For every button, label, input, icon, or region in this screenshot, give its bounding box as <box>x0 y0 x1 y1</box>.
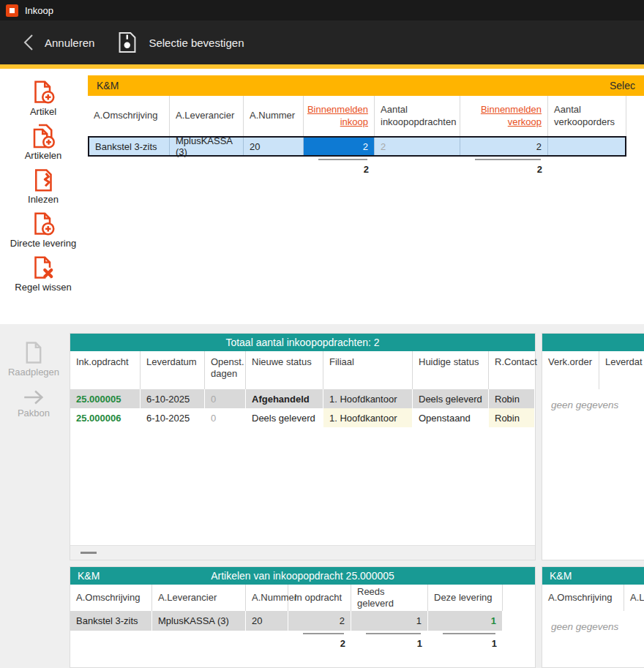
cell-reeds-geleverd[interactable]: 1 <box>351 611 428 631</box>
column-header-binnenmelden-inkoop[interactable]: Binnenmelden inkoop <box>304 96 375 136</box>
cell-openst-dagen[interactable]: 0 <box>205 408 246 427</box>
order-articles-title: Artikelen van inkoopopdracht 25.000005 <box>211 570 394 582</box>
column-header-openst-dagen[interactable]: Openst. dagen <box>205 351 246 389</box>
sales-articles-panel: K&M A.Omschrijving A.Le geen gegevens <box>542 566 644 668</box>
sidebar-item-raadplegen: Raadplegen <box>8 339 59 378</box>
group-label: K&M <box>78 567 100 585</box>
purchase-orders-title: Totaal aantal inkoopopdrachten: 2 <box>225 337 379 348</box>
save-icon <box>116 31 138 54</box>
sidebar: Artikel Artikelen Inlezen Directe leveri… <box>0 70 86 299</box>
cell-omschrijving[interactable]: Bankstel 3-zits <box>89 138 170 155</box>
cell-binnenmelden-inkoop-focused[interactable]: 2 <box>304 138 375 155</box>
sidebar-item-label: Pakbon <box>18 408 50 419</box>
app-logo-icon <box>6 4 18 17</box>
column-header-aantal-verkooporders[interactable]: Aantal verkooporders <box>548 96 626 136</box>
cell-nummer[interactable]: 20 <box>246 611 288 631</box>
cell-aantal-inkoopopdrachten[interactable]: 2 <box>375 138 460 155</box>
sidebar-item-label: Artikelen <box>25 150 62 161</box>
sum-line <box>366 633 421 634</box>
horizontal-scrollbar[interactable] <box>70 545 535 560</box>
column-header-nieuwe-status[interactable]: Nieuwe status <box>246 351 323 389</box>
cell-r-contact[interactable]: Robin <box>489 408 535 427</box>
sales-orders-panel: Verk.order Leverdat geen gegevens <box>542 333 644 560</box>
purchase-order-row[interactable]: 25.000006 6-10-2025 0 Deels geleverd 1. … <box>70 408 535 427</box>
cell-huidige-status[interactable]: Openstaand <box>413 408 489 427</box>
sidebar-item-directe-levering[interactable]: Directe levering <box>10 211 76 249</box>
purchase-order-row[interactable]: 25.000005 6-10-2025 0 Afgehandeld 1. Hoo… <box>70 389 535 408</box>
column-header-leverancier[interactable]: A.Leverancier <box>152 585 246 611</box>
total-reeds-geleverd: 1 <box>351 631 428 649</box>
cell-leverancier[interactable]: MplusKASSA (3) <box>170 138 244 155</box>
order-articles-panel-header: K&M Artikelen van inkoopopdracht 25.0000… <box>70 567 535 585</box>
sidebar-item-label: Artikel <box>30 106 56 117</box>
cell-in-opdracht[interactable]: 2 <box>288 611 351 631</box>
sidebar-item-artikelen[interactable]: Artikelen <box>25 123 62 161</box>
cell-huidige-status[interactable]: Deels geleverd <box>413 389 489 408</box>
confirm-selection-label: Selectie bevestigen <box>149 37 244 49</box>
cell-ink-opdracht[interactable]: 25.000005 <box>70 389 141 408</box>
cell-filiaal[interactable]: 1. Hoofdkantoor <box>323 408 413 427</box>
window-titlebar: Inkoop <box>0 0 644 20</box>
column-header-r-contact[interactable]: R.Contact <box>489 351 535 389</box>
cancel-button[interactable]: Annuleren <box>22 32 94 53</box>
sidebar-item-label: Raadplegen <box>8 367 59 378</box>
cell-ink-opdracht[interactable]: 25.000006 <box>70 408 141 427</box>
group-label: K&M <box>97 80 119 91</box>
column-header-huidige-status[interactable]: Huidige status <box>413 351 489 389</box>
selection-caption: Selec <box>610 80 635 91</box>
column-header-omschrijving[interactable]: A.Omschrijving <box>88 96 170 136</box>
empty-placeholder: geen gegevens <box>542 611 644 632</box>
toolbar: Annuleren Selectie bevestigen <box>0 20 644 64</box>
sum-line <box>443 633 495 634</box>
column-header-leverdatum[interactable]: Leverdatum <box>141 351 205 389</box>
sidebar-item-label: Regel wissen <box>15 282 71 293</box>
column-header-leverdatum[interactable]: Leverdat <box>599 351 644 389</box>
cell-nummer[interactable]: 20 <box>244 138 304 155</box>
sidebar-item-inlezen[interactable]: Inlezen <box>28 167 59 205</box>
selection-table-row[interactable]: Bankstel 3-zits MplusKASSA (3) 20 2 2 2 <box>88 136 626 157</box>
cell-openst-dagen[interactable]: 0 <box>205 389 246 408</box>
selection-table-totals: 2 2 <box>88 157 644 175</box>
column-header-leverancier[interactable]: A.Le <box>624 585 644 611</box>
cell-leverdatum[interactable]: 6-10-2025 <box>141 408 205 427</box>
sidebar-item-artikel[interactable]: Artikel <box>30 79 56 117</box>
sales-articles-panel-header: K&M <box>542 567 644 585</box>
cell-aantal-verkooporders[interactable] <box>548 138 625 155</box>
scrollbar-thumb[interactable] <box>80 552 97 554</box>
cell-nieuwe-status[interactable]: Deels geleverd <box>246 408 323 427</box>
column-header-leverancier[interactable]: A.Leverancier <box>170 96 244 136</box>
back-chevron-icon <box>22 32 34 53</box>
total-in-opdracht: 2 <box>288 631 351 649</box>
sidebar-item-regel-wissen[interactable]: Regel wissen <box>15 255 71 293</box>
sidebar-item-label: Inlezen <box>28 194 59 205</box>
column-header-ink-opdracht[interactable]: Ink.opdracht <box>70 351 141 389</box>
column-header-omschrijving[interactable]: A.Omschrijving <box>542 585 624 611</box>
selection-table-column-headers: A.Omschrijving A.Leverancier A.Nummer Bi… <box>88 96 644 136</box>
cell-r-contact[interactable]: Robin <box>489 389 535 408</box>
column-header-deze-levering[interactable]: Deze levering <box>428 585 503 611</box>
cell-leverancier[interactable]: MplusKASSA (3) <box>152 611 246 631</box>
cell-leverdatum[interactable]: 6-10-2025 <box>141 389 205 408</box>
documents-add-icon <box>30 123 56 149</box>
purchase-orders-panel: Totaal aantal inkoopopdrachten: 2 Ink.op… <box>70 333 536 560</box>
column-header-nummer[interactable]: A.Nummer <box>244 96 304 136</box>
document-scan-icon <box>30 167 56 193</box>
column-header-binnenmelden-verkoop[interactable]: Binnenmelden verkoop <box>460 96 548 136</box>
cell-omschrijving[interactable]: Bankstel 3-zits <box>70 611 152 631</box>
document-add-icon <box>30 211 56 237</box>
column-header-nummer[interactable]: A.Nummer <box>246 585 288 611</box>
column-header-filiaal[interactable]: Filiaal <box>323 351 413 389</box>
cell-filiaal[interactable]: 1. Hoofdkantoor <box>323 389 413 408</box>
total-binnenmelden-inkoop: 2 <box>304 157 375 175</box>
confirm-selection-button[interactable]: Selectie bevestigen <box>116 31 244 54</box>
column-header-aantal-inkoopopdrachten[interactable]: Aantal inkoopopdrachten <box>375 96 460 136</box>
column-header-in-opdracht[interactable]: In opdracht <box>288 585 351 611</box>
order-article-row[interactable]: Bankstel 3-zits MplusKASSA (3) 20 2 1 1 <box>70 611 535 631</box>
cell-deze-levering[interactable]: 1 <box>428 611 503 631</box>
cell-nieuwe-status[interactable]: Afgehandeld <box>246 389 323 408</box>
sidebar-item-label: Directe levering <box>10 238 76 249</box>
column-header-verk-order[interactable]: Verk.order <box>542 351 599 389</box>
cell-binnenmelden-verkoop[interactable]: 2 <box>460 138 548 155</box>
column-header-omschrijving[interactable]: A.Omschrijving <box>70 585 152 611</box>
column-header-reeds-geleverd[interactable]: Reeds geleverd <box>351 585 428 611</box>
